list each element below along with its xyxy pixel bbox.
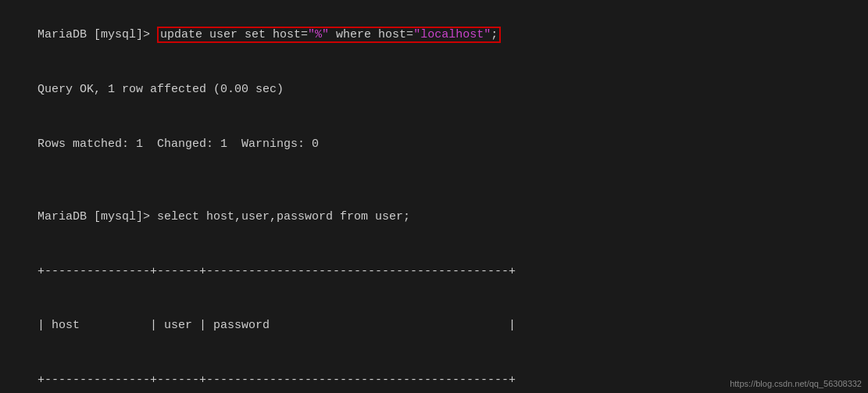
prompt-1: MariaDB [mysql]>	[38, 28, 157, 41]
command-line-2: MariaDB [mysql]> select host,user,passwo…	[9, 190, 859, 245]
rows-matched-line: Rows matched: 1 Changed: 1 Warnings: 0	[9, 117, 859, 172]
watermark: https://blog.csdn.net/qq_56308332	[730, 379, 862, 388]
command-line-1: MariaDB [mysql]> update user set host="%…	[9, 8, 859, 63]
table-header-row: | host | user | password |	[9, 298, 859, 353]
blank-line-1	[9, 171, 859, 189]
query-ok-text: Query OK, 1 row affected (0.00 sec)	[38, 83, 284, 96]
prompt-2: MariaDB [mysql]>	[38, 210, 157, 223]
rows-matched-text: Rows matched: 1 Changed: 1 Warnings: 0	[38, 138, 319, 151]
command-1-highlighted: update user set host="%" where host="loc…	[157, 27, 501, 43]
command-2-text: select host,user,password from user;	[157, 210, 410, 223]
table-sep-1-text: +---------------+------+----------------…	[38, 265, 516, 278]
query-ok-line: Query OK, 1 row affected (0.00 sec)	[9, 63, 859, 117]
table-sep-1: +---------------+------+----------------…	[9, 244, 859, 298]
terminal-window: MariaDB [mysql]> update user set host="%…	[0, 0, 868, 393]
watermark-text: https://blog.csdn.net/qq_56308332	[730, 379, 862, 388]
command-1-text: update user set host="%" where host="loc…	[160, 28, 498, 41]
table-header-text: | host | user | password |	[38, 319, 516, 332]
table-sep-2-text: +---------------+------+----------------…	[38, 373, 516, 387]
